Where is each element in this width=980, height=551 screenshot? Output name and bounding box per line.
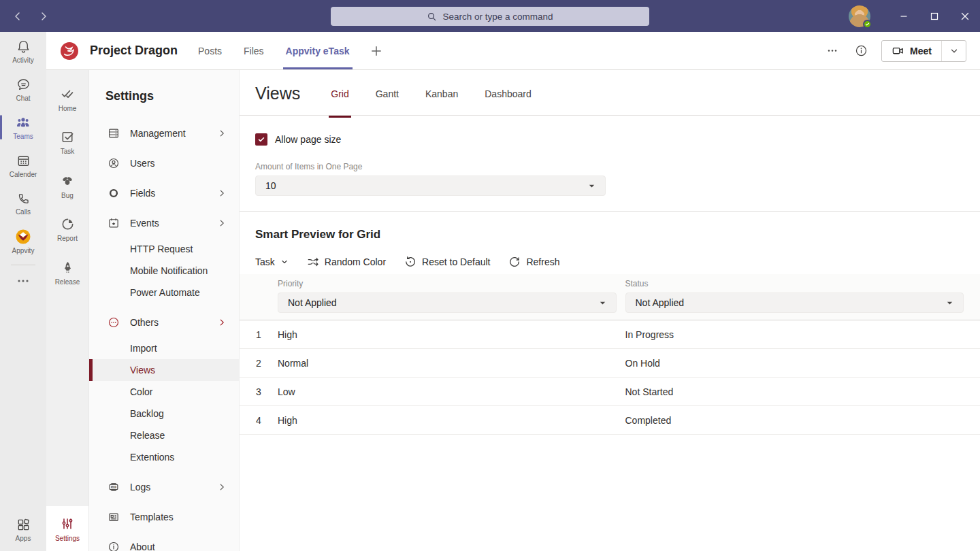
tab-posts[interactable]: Posts bbox=[195, 32, 225, 69]
settings-nav-events[interactable]: Events bbox=[89, 208, 239, 238]
sidebar-item-label: Calls bbox=[16, 208, 31, 216]
sidebar-item-label: Apps bbox=[16, 535, 31, 542]
settings-nav-extentions[interactable]: Extentions bbox=[89, 446, 239, 468]
info-button[interactable] bbox=[853, 43, 869, 59]
settings-nav-about[interactable]: About bbox=[89, 532, 239, 551]
team-logo-dragon bbox=[60, 41, 79, 61]
channel-header: Project Dragon Posts Files Appvity eTask bbox=[46, 32, 980, 70]
status-column-label: Status bbox=[625, 279, 964, 288]
module-item-release[interactable]: Release bbox=[46, 251, 88, 295]
module-item-label: Task bbox=[61, 148, 75, 155]
priority-cell: Low bbox=[278, 386, 617, 397]
row-number: 1 bbox=[240, 329, 278, 340]
phone-icon bbox=[16, 191, 31, 206]
meet-options-button[interactable] bbox=[941, 41, 966, 61]
video-camera-icon bbox=[892, 44, 904, 57]
allow-page-size-checkbox[interactable]: Allow page size bbox=[240, 133, 980, 146]
settings-nav-backlog[interactable]: Backlog bbox=[89, 403, 239, 424]
settings-nav-import[interactable]: Import bbox=[89, 337, 239, 359]
table-row: 4 High Completed bbox=[240, 406, 980, 435]
settings-nav-fields[interactable]: Fields bbox=[89, 178, 239, 208]
module-item-label: Bug bbox=[61, 192, 74, 199]
section-divider bbox=[240, 211, 980, 212]
sidebar-item-teams[interactable]: Teams bbox=[0, 108, 46, 146]
settings-nav-templates[interactable]: Templates bbox=[89, 502, 239, 532]
others-icon bbox=[108, 316, 120, 329]
row-number: 2 bbox=[240, 358, 278, 369]
status-filter-dropdown[interactable]: Not Applied bbox=[625, 293, 964, 313]
sidebar-item-chat[interactable]: Chat bbox=[0, 70, 46, 108]
user-avatar[interactable] bbox=[849, 5, 870, 27]
search-input[interactable]: Search or type a command bbox=[331, 7, 649, 26]
chevron-right-icon bbox=[217, 188, 227, 198]
maximize-button[interactable] bbox=[919, 0, 949, 32]
sidebar-item-appvity[interactable]: Appvity bbox=[0, 222, 46, 261]
refresh-icon bbox=[508, 256, 521, 268]
rail-divider bbox=[11, 265, 35, 265]
preview-toolbar: Task Random Color Reset to Default bbox=[240, 256, 980, 268]
tab-gantt[interactable]: Gantt bbox=[374, 71, 401, 116]
refresh-button[interactable]: Refresh bbox=[508, 256, 559, 268]
settings-nav-release[interactable]: Release bbox=[89, 424, 239, 446]
tab-appvity-etask[interactable]: Appvity eTask bbox=[283, 32, 353, 69]
random-color-button[interactable]: Random Color bbox=[307, 256, 386, 268]
bell-icon bbox=[16, 39, 31, 54]
settings-nav-color[interactable]: Color bbox=[89, 381, 239, 403]
forward-button[interactable] bbox=[35, 8, 52, 24]
priority-cell: High bbox=[278, 329, 617, 340]
caret-down-icon bbox=[599, 299, 606, 307]
plus-icon bbox=[370, 45, 382, 57]
row-number: 3 bbox=[240, 386, 278, 397]
sidebar-item-activity[interactable]: Activity bbox=[0, 32, 46, 70]
settings-nav-power-automate[interactable]: Power Automate bbox=[89, 282, 239, 303]
title-bar: Search or type a command bbox=[0, 0, 980, 32]
priority-filter-dropdown[interactable]: Not Applied bbox=[278, 293, 617, 313]
report-pie-icon bbox=[60, 216, 76, 232]
minimize-button[interactable] bbox=[888, 0, 919, 32]
tab-kanban[interactable]: Kanban bbox=[423, 71, 460, 116]
settings-nav-logs[interactable]: LOG Logs bbox=[89, 472, 239, 502]
sidebar-item-label: Teams bbox=[13, 133, 33, 140]
settings-nav-mobile-notification[interactable]: Mobile Notification bbox=[89, 260, 239, 282]
sidebar-item-apps[interactable]: Apps bbox=[0, 507, 46, 551]
settings-nav-views[interactable]: Views bbox=[89, 359, 239, 381]
tab-dashboard[interactable]: Dashboard bbox=[483, 71, 534, 116]
module-item-home[interactable]: Home bbox=[46, 77, 88, 120]
module-item-task[interactable]: Task bbox=[46, 120, 88, 164]
settings-nav-management[interactable]: Management bbox=[89, 118, 239, 148]
reset-icon bbox=[404, 256, 416, 268]
table-filter-header: Priority Not Applied Status No bbox=[240, 274, 980, 320]
meet-label: Meet bbox=[910, 46, 932, 56]
reset-to-default-button[interactable]: Reset to Default bbox=[404, 256, 490, 268]
back-button[interactable] bbox=[10, 8, 26, 24]
teams-icon bbox=[15, 114, 31, 131]
add-tab-button[interactable] bbox=[370, 45, 382, 57]
more-apps-button[interactable] bbox=[0, 269, 46, 293]
team-name: Project Dragon bbox=[90, 44, 178, 58]
module-item-bug[interactable]: Bug bbox=[46, 164, 88, 207]
sidebar-item-calendar[interactable]: Calender bbox=[0, 146, 46, 184]
sidebar-item-calls[interactable]: Calls bbox=[0, 184, 46, 222]
chevron-down-icon bbox=[949, 46, 959, 56]
rocket-icon bbox=[60, 260, 76, 276]
maximize-icon bbox=[930, 12, 938, 20]
settings-nav-users[interactable]: Users bbox=[89, 148, 239, 178]
ellipsis-icon bbox=[827, 49, 838, 52]
meet-button[interactable]: Meet bbox=[882, 41, 941, 61]
module-item-settings[interactable]: Settings bbox=[46, 506, 88, 551]
tab-grid[interactable]: Grid bbox=[329, 71, 350, 116]
close-button[interactable] bbox=[949, 0, 980, 32]
settings-nav-http-request[interactable]: HTTP Request bbox=[89, 238, 239, 260]
chevron-down-icon bbox=[280, 258, 289, 266]
entity-selector[interactable]: Task bbox=[255, 256, 289, 267]
page-size-dropdown[interactable]: 10 bbox=[255, 176, 606, 196]
tab-files[interactable]: Files bbox=[241, 32, 267, 69]
search-placeholder: Search or type a command bbox=[442, 12, 553, 22]
settings-nav-others[interactable]: Others bbox=[89, 307, 239, 337]
fields-icon bbox=[108, 187, 120, 199]
templates-icon bbox=[108, 511, 120, 523]
home-checks-icon bbox=[59, 86, 76, 102]
more-options-button[interactable] bbox=[824, 43, 840, 59]
module-item-report[interactable]: Report bbox=[46, 207, 88, 251]
presence-available-icon bbox=[863, 20, 872, 29]
